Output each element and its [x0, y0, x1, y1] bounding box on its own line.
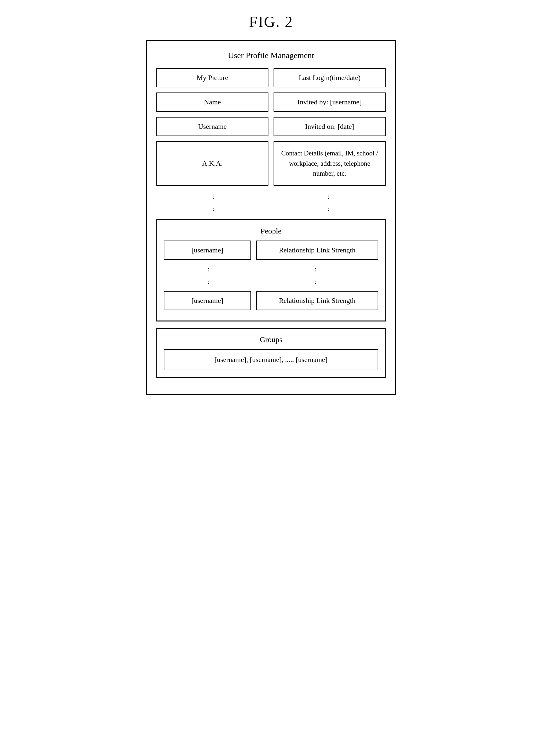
profile-dots-row-2: : : — [156, 203, 386, 214]
profile-fields-grid: My Picture Last Login(time/date) Name In… — [156, 68, 386, 186]
people-username-last: [username] — [164, 291, 251, 310]
people-username-first: [username] — [164, 241, 251, 260]
people-row-first: [username] Relationship Link Strength — [164, 241, 378, 260]
field-username: Username — [156, 117, 268, 136]
field-contact-details: Contact Details (email, IM, school / wor… — [274, 141, 386, 186]
field-invited-on: Invited on: [date] — [274, 117, 386, 136]
field-my-picture: My Picture — [156, 68, 268, 87]
people-dots-right-2: : — [253, 276, 378, 287]
people-dots-row-1: : : — [164, 264, 378, 275]
field-last-login: Last Login(time/date) — [274, 68, 386, 87]
field-aka: A.K.A. — [156, 141, 268, 186]
dots-left-2: : — [156, 203, 271, 214]
people-relationship-last: Relationship Link Strength — [256, 291, 378, 310]
people-dots-row-2: : : — [164, 276, 378, 287]
groups-content: [username], [username], ..... [username] — [164, 349, 378, 370]
figure-title: FIG. 2 — [249, 13, 293, 31]
field-name: Name — [156, 92, 268, 112]
people-dots-left-2: : — [164, 276, 253, 287]
groups-section: Groups [username], [username], ..... [us… — [156, 328, 386, 378]
groups-section-title: Groups — [164, 335, 378, 344]
profile-section-title: User Profile Management — [156, 51, 386, 60]
dots-right-1: : — [271, 191, 386, 202]
people-row-last: [username] Relationship Link Strength — [164, 291, 378, 310]
dots-right-2: : — [271, 203, 386, 214]
people-dots-left-1: : — [164, 264, 253, 275]
dots-left-1: : — [156, 191, 271, 202]
field-invited-by: Invited by: [username] — [274, 92, 386, 112]
profile-dots-row-1: : : — [156, 191, 386, 202]
people-relationship-first: Relationship Link Strength — [256, 241, 378, 260]
people-section-title: People — [164, 227, 378, 235]
main-container: User Profile Management My Picture Last … — [146, 40, 396, 395]
groups-row: [username], [username], ..... [username] — [164, 349, 378, 370]
people-section: People [username] Relationship Link Stre… — [156, 219, 386, 321]
people-dots-right-1: : — [253, 264, 378, 275]
